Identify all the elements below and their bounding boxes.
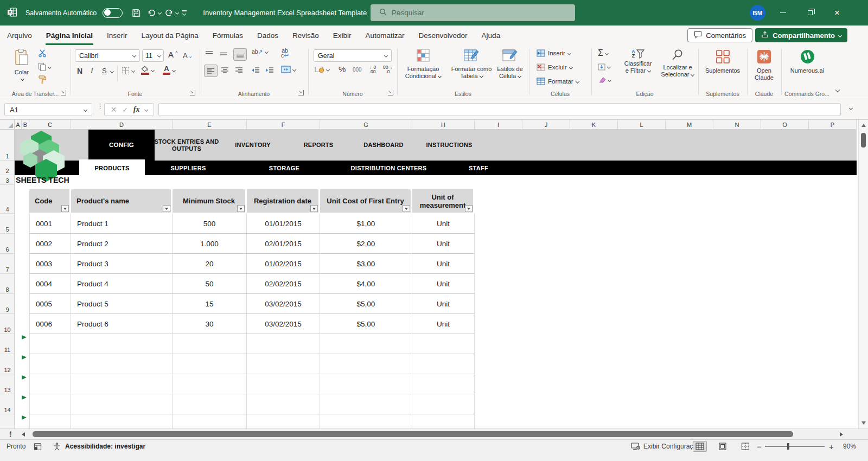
table-cell[interactable]: Product 5 (71, 294, 173, 314)
table-cell-empty[interactable] (247, 414, 320, 428)
accessibility-icon[interactable] (53, 440, 61, 453)
open-claude-button[interactable]: OpenClaude (750, 49, 778, 81)
column-header-K[interactable]: K (570, 120, 618, 130)
avatar[interactable]: BM (750, 5, 765, 21)
menu-desenvolvedor[interactable]: Desenvolvedor (412, 25, 475, 45)
filter-button[interactable] (403, 205, 410, 212)
table-cell-empty[interactable] (71, 414, 173, 428)
borders-button[interactable] (122, 67, 135, 75)
table-cell-empty[interactable] (412, 334, 475, 354)
column-header-M[interactable]: M (666, 120, 713, 130)
autosave-toggle[interactable] (103, 8, 123, 18)
column-header-A[interactable]: A (15, 120, 22, 130)
sheet-tab-instructions[interactable]: INSTRUCTIONS (417, 130, 482, 161)
filter-button[interactable] (310, 205, 318, 212)
zoom-out-icon[interactable]: − (757, 441, 762, 452)
table-cell-empty[interactable] (412, 354, 475, 374)
column-header-B[interactable]: B (22, 120, 29, 130)
table-cell-empty[interactable] (173, 414, 247, 428)
font-dialog-launcher-icon[interactable] (190, 90, 195, 95)
table-cell-empty[interactable] (173, 394, 247, 414)
fill-button[interactable] (598, 63, 610, 71)
table-cell-empty[interactable] (320, 374, 412, 394)
font-color-button[interactable]: A (163, 66, 175, 75)
table-cell[interactable]: 02/02/2015 (247, 274, 320, 294)
format-painter-button[interactable] (38, 75, 47, 84)
table-cell-empty[interactable] (71, 334, 173, 354)
align-right-icon[interactable] (235, 67, 243, 74)
fx-dropdown-icon[interactable] (144, 107, 148, 111)
sheet-tab-products[interactable]: PRODUCTS (79, 159, 145, 176)
table-cell[interactable]: $5,00 (320, 314, 412, 334)
comma-style-button[interactable]: 000 (353, 67, 362, 73)
table-cell-empty[interactable] (71, 354, 173, 374)
table-cell-empty[interactable] (320, 394, 412, 414)
restore-button[interactable] (797, 0, 822, 25)
delete-cells-button[interactable]: Excluir (537, 63, 572, 71)
accounting-format-button[interactable] (315, 66, 329, 73)
sheet-tab-distribution-centers[interactable]: DISTRIBUTION CENTERS (330, 161, 447, 175)
number-format-select[interactable]: Geral (314, 49, 392, 62)
column-header-G[interactable]: G (320, 120, 412, 130)
orientation-button[interactable]: ab↗ (252, 49, 268, 54)
table-cell[interactable]: 30 (173, 314, 247, 334)
scroll-down-icon[interactable] (861, 421, 866, 425)
increase-font-icon[interactable]: A˄ (168, 50, 178, 59)
table-cell-empty[interactable] (320, 354, 412, 374)
table-cell-empty[interactable] (320, 334, 412, 354)
column-header-P[interactable]: P (809, 120, 857, 130)
insert-function-icon[interactable]: fx (133, 105, 140, 114)
addins-button[interactable]: Suplementos (701, 49, 744, 74)
table-cell[interactable]: 500 (173, 214, 247, 234)
menu-f-rmulas[interactable]: Fórmulas (206, 25, 250, 45)
bold-button[interactable]: N (77, 67, 82, 75)
underline-button[interactable]: S (102, 67, 107, 75)
zoom-in-icon[interactable]: + (829, 441, 834, 452)
insert-cells-button[interactable]: Inserir (537, 49, 571, 57)
table-cell-empty[interactable] (412, 374, 475, 394)
row-header-4[interactable]: 4 (0, 185, 15, 214)
menu-layout-da-p-gina[interactable]: Layout da Página (135, 25, 206, 45)
name-box[interactable]: A1 (4, 103, 92, 116)
table-cell[interactable]: $5,00 (320, 294, 412, 314)
sheet-tab-suppliers[interactable]: SUPPLIERS (156, 161, 221, 175)
document-title[interactable]: Inventory Management Excel Spreadsheet T… (203, 9, 374, 17)
table-cell-empty[interactable] (29, 354, 71, 374)
menu-revis-o[interactable]: Revisão (285, 25, 326, 45)
table-cell[interactable]: Product 4 (71, 274, 173, 294)
sheet-tab-storage[interactable]: STORAGE (252, 161, 317, 175)
table-cell-empty[interactable] (29, 374, 71, 394)
merge-center-button[interactable] (281, 66, 296, 73)
column-header-L[interactable]: L (618, 120, 666, 130)
paste-button[interactable]: Colar (8, 48, 36, 80)
format-cells-button[interactable]: Formatar (537, 78, 579, 85)
find-select-button[interactable]: Localizar eSelecionar (659, 49, 697, 78)
cell-styles-button[interactable]: Estilos deCélula (493, 48, 527, 80)
row-header-10[interactable]: 10 (0, 314, 15, 334)
column-header-O[interactable]: O (761, 120, 809, 130)
table-cell-empty[interactable] (247, 354, 320, 374)
format-as-table-button[interactable]: Formatar comoTabela (447, 48, 496, 80)
menu-automatizar[interactable]: Automatizar (359, 25, 412, 45)
menu-exibir[interactable]: Exibir (326, 25, 359, 45)
table-cell[interactable]: $4,00 (320, 274, 412, 294)
column-header-D[interactable]: D (71, 120, 173, 130)
zoom-slider[interactable] (765, 446, 825, 447)
sheet-tab-stock-entries-and-outputs[interactable]: STOCK ENTRIES AND OUTPUTS (140, 130, 233, 161)
table-cell[interactable]: Unit (412, 274, 475, 294)
share-button[interactable]: Compartilhamento (755, 28, 847, 42)
expand-formula-bar-icon[interactable] (849, 106, 853, 110)
sheet-tab-staff[interactable]: STAFF (457, 161, 500, 175)
autosum-button[interactable]: Σ (598, 48, 608, 58)
formula-bar-splitter[interactable]: ⋮ (97, 105, 104, 108)
table-cell[interactable]: 20 (173, 254, 247, 274)
menu-arquivo[interactable]: Arquivo (0, 25, 39, 45)
fill-color-button[interactable] (141, 66, 154, 75)
table-cell[interactable]: 0002 (29, 234, 71, 254)
alignment-dialog-launcher-icon[interactable] (298, 90, 304, 95)
horizontal-scroll-thumb[interactable] (33, 431, 793, 437)
zoom-level[interactable]: 90% (843, 440, 856, 453)
quick-access-toolbar-icon[interactable] (178, 5, 190, 21)
scroll-up-icon[interactable] (861, 124, 866, 127)
row-header-13[interactable]: 13 (0, 374, 15, 394)
